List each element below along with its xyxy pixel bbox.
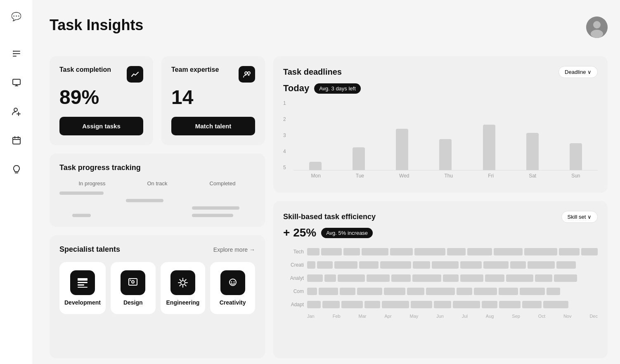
bar-sat (526, 133, 539, 170)
in-progress-header: In progress (59, 180, 125, 187)
progress-row (59, 199, 255, 202)
list-icon[interactable] (8, 45, 25, 62)
skill-row-adaptability: Adapt (283, 299, 598, 310)
efficiency-value: + 25% (283, 226, 316, 239)
sidebar: 💬 (0, 0, 33, 364)
bar-sun (570, 143, 582, 170)
talent-creativity[interactable]: Creativity (210, 262, 255, 314)
svg-point-8 (14, 108, 17, 111)
in-progress-bar-2 (72, 214, 91, 217)
on-track-header: On track (125, 180, 190, 187)
skill-dropdown-label: Skill set ∨ (568, 214, 592, 220)
assign-tasks-button[interactable]: Assign tasks (59, 117, 143, 135)
user-add-icon[interactable] (8, 103, 25, 120)
task-progress-card: Task progress tracking In progress On tr… (50, 154, 265, 227)
engineering-icon (170, 270, 195, 295)
task-deadlines-card: Task deadlines Deadline ∨ Today Avg. 3 d… (273, 56, 608, 193)
svg-point-31 (233, 281, 234, 283)
talents-title: Specialist talents (59, 245, 120, 254)
right-column: Task deadlines Deadline ∨ Today Avg. 3 d… (273, 56, 608, 358)
explore-more-link[interactable]: Explore more → (213, 246, 255, 253)
x-label-aug: Aug (486, 314, 494, 319)
completed-bar-2 (192, 214, 233, 217)
match-talent-button[interactable]: Match talent (171, 117, 255, 135)
skill-row-creativity: Creati (283, 259, 598, 271)
svg-point-27 (130, 280, 131, 281)
chat-icon[interactable]: 💬 (8, 8, 25, 25)
bar-tue (353, 147, 365, 170)
efficiency-title: Skill-based task efficiency (283, 213, 376, 221)
team-expertise-icon-btn[interactable] (239, 66, 255, 83)
skill-row-analytics: Analyt (283, 272, 598, 284)
today-label: Today (283, 83, 309, 94)
skill-chart: Tech (283, 246, 598, 319)
increase-badge: Avg. 5% increase (321, 228, 373, 238)
x-label-oct: Oct (538, 314, 545, 319)
x-label-sep: Sep (512, 314, 520, 319)
creativity-label: Creativity (220, 299, 246, 306)
skill-chart-x-labels: Jan Feb Mar Apr May Jun Jul Aug Sep Oct … (307, 314, 598, 319)
monitor-icon[interactable] (8, 74, 25, 91)
svg-point-28 (181, 281, 185, 285)
tech-label: Tech (283, 249, 304, 255)
svg-point-30 (231, 281, 232, 283)
x-label-feb: Feb (333, 314, 341, 319)
x-label-dec: Dec (589, 314, 598, 319)
chart-col-thu (424, 100, 467, 170)
x-label-jan: Jan (307, 314, 315, 319)
analytics-label: Analyt (283, 275, 304, 281)
tech-bars (307, 246, 598, 258)
chart-x-labels: Mon Tue Wed Thu Fri Sat Sun (293, 170, 598, 179)
talent-development[interactable]: Development (59, 262, 106, 314)
task-completion-icon-btn[interactable] (127, 66, 143, 83)
svg-point-18 (591, 30, 603, 38)
avatar[interactable] (586, 17, 608, 38)
deadline-dropdown-label: Deadline ∨ (565, 69, 592, 75)
chart-col-tue (337, 100, 380, 170)
adaptability-bars (307, 299, 598, 310)
task-completion-card: Task completion 89% Assign tasks (50, 56, 153, 145)
svg-rect-22 (78, 282, 88, 283)
deadline-dropdown[interactable]: Deadline ∨ (558, 66, 598, 78)
calendar-icon[interactable] (8, 132, 25, 149)
analytics-bars (307, 272, 598, 284)
team-expertise-card: Team expertise 14 Match talent (161, 56, 265, 145)
skill-set-dropdown[interactable]: Skill set ∨ (561, 211, 598, 223)
svg-rect-24 (78, 287, 88, 288)
talent-design[interactable]: Design (111, 262, 156, 314)
engineering-label: Engineering (166, 299, 200, 306)
svg-point-4 (13, 53, 14, 54)
skill-row-communication: Com (283, 286, 598, 297)
communication-bars (307, 286, 598, 297)
bar-thu (439, 139, 452, 170)
chart-col-sat (511, 100, 554, 170)
team-expertise-label: Team expertise (171, 66, 219, 73)
progress-row (59, 206, 255, 210)
talent-engineering[interactable]: Engineering (161, 262, 206, 314)
x-label-jul: Jul (462, 314, 468, 319)
chart-col-fri (467, 100, 511, 170)
progress-row (59, 214, 255, 217)
creativity-icon (220, 270, 245, 295)
chart-col-sun (554, 100, 598, 170)
main-content: Task Insights Task completion (33, 0, 620, 364)
design-icon (121, 270, 145, 295)
bulb-icon[interactable] (8, 161, 25, 177)
svg-rect-5 (13, 79, 20, 85)
specialist-talents-card: Specialist talents Explore more → (50, 235, 265, 358)
progress-column-headers: In progress On track Completed (59, 180, 255, 187)
task-completion-value: 89% (59, 86, 143, 109)
svg-point-19 (245, 72, 247, 74)
progress-rows (59, 191, 255, 217)
talents-header: Specialist talents Explore more → (59, 245, 255, 254)
x-label-nov: Nov (563, 314, 572, 319)
svg-point-29 (230, 279, 236, 286)
completed-header: Completed (190, 180, 255, 187)
communication-label: Com (283, 288, 304, 294)
svg-point-20 (248, 72, 250, 74)
x-label-mar: Mar (359, 314, 367, 319)
development-label: Development (64, 299, 101, 306)
chart-col-mon (293, 100, 337, 170)
top-metric-cards: Task completion 89% Assign tasks Team ex… (50, 56, 265, 145)
chart-bars-area (293, 100, 598, 170)
